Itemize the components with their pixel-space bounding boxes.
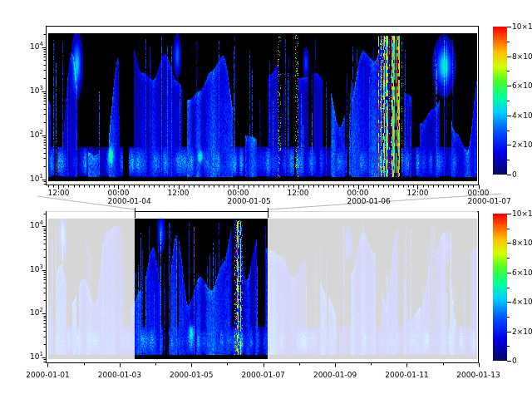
colorbar-tick-label: 10×107 — [512, 209, 532, 219]
x-tick-label: 00:00 — [347, 189, 369, 197]
colorbar-tick-label: 6×107 — [512, 81, 532, 91]
x-tick-label: 12:00 — [288, 189, 309, 197]
x-tick-label: 2000-01-11 — [385, 371, 428, 379]
x-tick-label: 2000-01-05 — [170, 371, 213, 379]
x-tick-label: 2000-01-03 — [98, 371, 141, 379]
x-tick-label: 2000-01-13 — [456, 371, 500, 379]
detail-plot-area — [48, 33, 477, 181]
x-tick-date-label: 2000-01-05 — [227, 197, 270, 205]
x-tick-label: 12:00 — [407, 189, 429, 197]
y-tick-label: 102 — [18, 308, 43, 318]
x-tick-label: 2000-01-07 — [242, 371, 285, 379]
x-tick-label: 00:00 — [468, 189, 490, 197]
colorbar-tick-label: 8×107 — [512, 239, 532, 248]
x-tick-label: 12:00 — [168, 189, 190, 197]
y-tick-label: 102 — [18, 131, 43, 140]
x-tick-label: 2000-01-09 — [313, 371, 357, 379]
y-tick-label: 103 — [18, 265, 43, 274]
spectrogram-figure: 101102103104 12:0000:002000-01-0412:0000… — [0, 0, 532, 399]
x-tick-label: 12:00 — [48, 189, 70, 197]
x-tick-label: 2000-01-01 — [26, 371, 69, 379]
colorbar-tick-label: 6×107 — [512, 268, 532, 278]
colorbar-tick-label: 4×107 — [512, 298, 532, 307]
x-tick-date-label: 2000-01-04 — [107, 197, 150, 205]
x-tick-date-label: 2000-01-07 — [468, 197, 511, 205]
x-tick-date-label: 2000-01-06 — [347, 197, 391, 205]
colorbar-tick-label: 10×107 — [512, 22, 532, 32]
y-tick-label: 104 — [18, 42, 43, 52]
colorbar-tick-label: 2×107 — [512, 328, 532, 337]
y-tick-label: 104 — [18, 221, 43, 230]
colorbar-tick-label: 8×107 — [512, 52, 532, 62]
x-tick-label: 00:00 — [108, 189, 130, 197]
y-tick-label: 101 — [18, 352, 43, 362]
colorbar-tick-label: 0 — [512, 170, 517, 179]
colorbar-tick-label: 0 — [512, 357, 517, 365]
y-tick-label: 101 — [18, 175, 43, 184]
x-tick-label: 00:00 — [228, 189, 249, 197]
y-tick-label: 103 — [18, 86, 43, 96]
overview-highlight-region[interactable] — [135, 211, 268, 359]
colorbar-tick-label: 4×107 — [512, 111, 532, 121]
colorbar-tick-label: 2×107 — [512, 140, 532, 150]
